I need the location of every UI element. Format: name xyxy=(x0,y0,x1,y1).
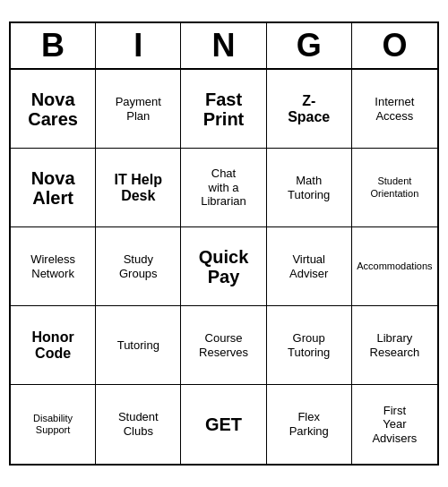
bingo-cell-24: First Year Advisers xyxy=(352,385,437,464)
cell-text-11: Study Groups xyxy=(119,252,158,280)
bingo-cell-4: Internet Access xyxy=(352,70,437,149)
header-letter-b: B xyxy=(11,23,96,68)
bingo-cell-23: Flex Parking xyxy=(267,385,352,464)
cell-text-7: Chat with a Librarian xyxy=(201,167,246,209)
cell-text-24: First Year Advisers xyxy=(372,404,417,446)
bingo-cell-2: Fast Print xyxy=(181,70,266,149)
bingo-cell-10: Wireless Network xyxy=(11,227,96,306)
cell-text-5: Nova Alert xyxy=(31,168,75,208)
bingo-header: BINGO xyxy=(11,23,437,70)
bingo-cell-6: IT Help Desk xyxy=(96,149,181,227)
cell-text-23: Flex Parking xyxy=(289,410,329,438)
bingo-cell-16: Tutoring xyxy=(96,306,181,385)
cell-text-18: Group Tutoring xyxy=(288,331,330,359)
bingo-cell-13: Virtual Adviser xyxy=(267,227,352,306)
cell-text-2: Fast Print xyxy=(203,90,245,129)
bingo-cell-21: Student Clubs xyxy=(96,385,181,464)
cell-text-9: Student Orientation xyxy=(370,175,418,199)
bingo-cell-12: Quick Pay xyxy=(181,227,266,306)
cell-text-21: Student Clubs xyxy=(118,410,159,438)
bingo-cell-18: Group Tutoring xyxy=(267,306,352,385)
bingo-cell-17: Course Reserves xyxy=(181,306,266,385)
bingo-cell-0: Nova Cares xyxy=(11,70,96,149)
cell-text-15: Honor Code xyxy=(32,329,74,361)
bingo-cell-8: Math Tutoring xyxy=(267,149,352,227)
cell-text-10: Wireless Network xyxy=(30,252,75,280)
bingo-cell-1: Payment Plan xyxy=(96,70,181,149)
bingo-cell-11: Study Groups xyxy=(96,227,181,306)
bingo-cell-3: Z- Space xyxy=(267,70,352,149)
bingo-cell-20: Disability Support xyxy=(11,385,96,464)
bingo-grid: Nova CaresPayment PlanFast PrintZ- Space… xyxy=(11,70,437,464)
bingo-cell-15: Honor Code xyxy=(11,306,96,385)
cell-text-22: GET xyxy=(205,414,242,434)
cell-text-8: Math Tutoring xyxy=(288,174,330,201)
cell-text-12: Quick Pay xyxy=(199,247,249,286)
bingo-cell-5: Nova Alert xyxy=(11,149,96,227)
cell-text-0: Nova Cares xyxy=(28,90,78,129)
header-letter-n: N xyxy=(181,23,266,68)
cell-text-20: Disability Support xyxy=(33,413,73,436)
header-letter-g: G xyxy=(267,23,352,68)
bingo-cell-19: Library Research xyxy=(352,306,437,385)
cell-text-19: Library Research xyxy=(370,331,420,359)
cell-text-4: Internet Access xyxy=(375,95,414,123)
bingo-cell-14: Accommodations xyxy=(352,227,437,306)
header-letter-o: O xyxy=(352,23,437,68)
cell-text-3: Z- Space xyxy=(288,93,330,124)
cell-text-6: IT Help Desk xyxy=(115,172,162,203)
cell-text-14: Accommodations xyxy=(357,261,432,272)
bingo-cell-22: GET xyxy=(181,385,266,464)
cell-text-17: Course Reserves xyxy=(199,331,248,359)
cell-text-13: Virtual Adviser xyxy=(289,252,328,280)
bingo-cell-9: Student Orientation xyxy=(352,149,437,227)
cell-text-1: Payment Plan xyxy=(116,95,161,123)
bingo-card: BINGO Nova CaresPayment PlanFast PrintZ-… xyxy=(9,21,439,466)
cell-text-16: Tutoring xyxy=(117,338,159,353)
bingo-cell-7: Chat with a Librarian xyxy=(181,149,266,227)
header-letter-i: I xyxy=(96,23,181,68)
